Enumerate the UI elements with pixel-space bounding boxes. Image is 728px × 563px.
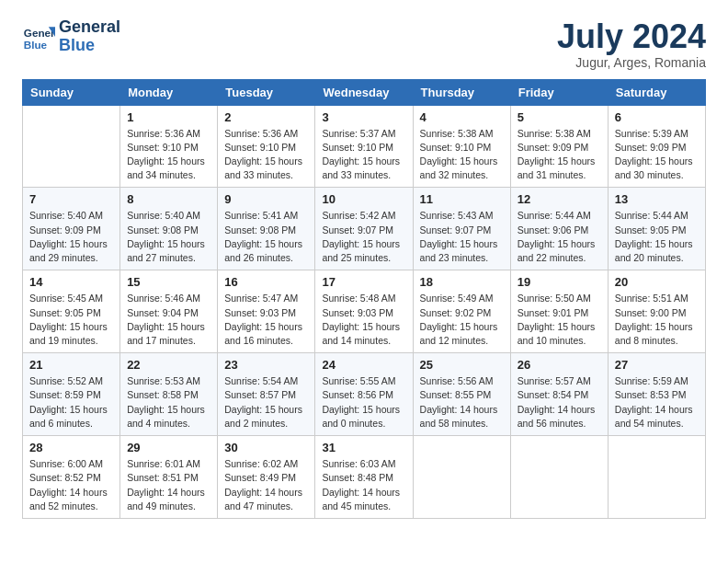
logo-blue: Blue bbox=[59, 36, 95, 54]
day-info: Sunrise: 5:38 AM Sunset: 9:09 PM Dayligh… bbox=[518, 127, 601, 183]
calendar-cell: 13Sunrise: 5:44 AM Sunset: 9:05 PM Dayli… bbox=[608, 188, 705, 270]
calendar-cell: 3Sunrise: 5:37 AM Sunset: 9:10 PM Daylig… bbox=[315, 105, 413, 188]
logo-general: General bbox=[59, 17, 120, 36]
day-info: Sunrise: 5:57 AM Sunset: 8:54 PM Dayligh… bbox=[518, 374, 601, 431]
day-info: Sunrise: 5:37 AM Sunset: 9:10 PM Dayligh… bbox=[322, 127, 405, 183]
month-title: July 2024 bbox=[557, 18, 706, 55]
calendar-cell bbox=[413, 436, 510, 519]
day-number: 5 bbox=[518, 110, 601, 124]
day-info: Sunrise: 5:36 AM Sunset: 9:10 PM Dayligh… bbox=[224, 127, 308, 183]
day-number: 29 bbox=[127, 441, 210, 454]
weekday-header-tuesday: Tuesday bbox=[218, 79, 315, 105]
calendar-cell: 14Sunrise: 5:45 AM Sunset: 9:05 PM Dayli… bbox=[23, 270, 120, 353]
week-row-4: 28Sunrise: 6:00 AM Sunset: 8:52 PM Dayli… bbox=[23, 436, 706, 519]
day-info: Sunrise: 5:59 AM Sunset: 8:53 PM Dayligh… bbox=[615, 374, 699, 431]
title-area: July 2024 Jugur, Arges, Romania bbox=[557, 18, 706, 70]
calendar-cell: 29Sunrise: 6:01 AM Sunset: 8:51 PM Dayli… bbox=[120, 436, 218, 519]
calendar-cell: 26Sunrise: 5:57 AM Sunset: 8:54 PM Dayli… bbox=[510, 353, 608, 436]
weekday-header-saturday: Saturday bbox=[608, 79, 705, 105]
day-number: 2 bbox=[224, 110, 308, 124]
day-info: Sunrise: 5:55 AM Sunset: 8:56 PM Dayligh… bbox=[322, 374, 405, 431]
day-info: Sunrise: 5:52 AM Sunset: 8:59 PM Dayligh… bbox=[29, 374, 113, 431]
logo: General Blue General Blue bbox=[22, 18, 120, 55]
calendar-cell: 28Sunrise: 6:00 AM Sunset: 8:52 PM Dayli… bbox=[23, 436, 120, 519]
calendar-cell: 16Sunrise: 5:47 AM Sunset: 9:03 PM Dayli… bbox=[218, 270, 315, 353]
calendar-cell: 2Sunrise: 5:36 AM Sunset: 9:10 PM Daylig… bbox=[218, 105, 315, 188]
day-number: 21 bbox=[29, 358, 113, 372]
calendar-cell: 15Sunrise: 5:46 AM Sunset: 9:04 PM Dayli… bbox=[120, 270, 218, 353]
day-number: 9 bbox=[224, 192, 308, 206]
day-number: 27 bbox=[615, 358, 699, 372]
weekday-header-sunday: Sunday bbox=[23, 79, 120, 105]
calendar-cell bbox=[23, 105, 120, 188]
day-info: Sunrise: 6:02 AM Sunset: 8:49 PM Dayligh… bbox=[224, 457, 308, 513]
calendar-table: SundayMondayTuesdayWednesdayThursdayFrid… bbox=[22, 79, 706, 519]
svg-text:Blue: Blue bbox=[24, 38, 48, 50]
day-number: 19 bbox=[518, 275, 601, 289]
calendar-cell: 7Sunrise: 5:40 AM Sunset: 9:09 PM Daylig… bbox=[23, 188, 120, 270]
day-info: Sunrise: 5:46 AM Sunset: 9:04 PM Dayligh… bbox=[127, 292, 210, 348]
week-row-3: 21Sunrise: 5:52 AM Sunset: 8:59 PM Dayli… bbox=[23, 353, 706, 436]
day-number: 8 bbox=[127, 192, 210, 206]
calendar-cell: 19Sunrise: 5:50 AM Sunset: 9:01 PM Dayli… bbox=[510, 270, 608, 353]
calendar-cell: 9Sunrise: 5:41 AM Sunset: 9:08 PM Daylig… bbox=[218, 188, 315, 270]
day-info: Sunrise: 5:39 AM Sunset: 9:09 PM Dayligh… bbox=[615, 127, 699, 183]
calendar-cell: 4Sunrise: 5:38 AM Sunset: 9:10 PM Daylig… bbox=[413, 105, 510, 188]
week-row-1: 7Sunrise: 5:40 AM Sunset: 9:09 PM Daylig… bbox=[23, 188, 706, 270]
week-row-0: 1Sunrise: 5:36 AM Sunset: 9:10 PM Daylig… bbox=[23, 105, 706, 188]
day-number: 16 bbox=[224, 275, 308, 289]
calendar-cell: 25Sunrise: 5:56 AM Sunset: 8:55 PM Dayli… bbox=[413, 353, 510, 436]
calendar-cell: 18Sunrise: 5:49 AM Sunset: 9:02 PM Dayli… bbox=[413, 270, 510, 353]
day-info: Sunrise: 5:54 AM Sunset: 8:57 PM Dayligh… bbox=[224, 374, 308, 431]
day-info: Sunrise: 5:44 AM Sunset: 9:06 PM Dayligh… bbox=[518, 209, 601, 265]
calendar-cell: 31Sunrise: 6:03 AM Sunset: 8:48 PM Dayli… bbox=[315, 436, 413, 519]
day-info: Sunrise: 5:43 AM Sunset: 9:07 PM Dayligh… bbox=[420, 209, 504, 265]
weekday-header-row: SundayMondayTuesdayWednesdayThursdayFrid… bbox=[23, 79, 706, 105]
day-info: Sunrise: 5:53 AM Sunset: 8:58 PM Dayligh… bbox=[127, 374, 210, 431]
page-header: General Blue General Blue July 2024 Jugu… bbox=[22, 18, 706, 70]
calendar-cell: 20Sunrise: 5:51 AM Sunset: 9:00 PM Dayli… bbox=[608, 270, 705, 353]
calendar-cell: 12Sunrise: 5:44 AM Sunset: 9:06 PM Dayli… bbox=[510, 188, 608, 270]
day-number: 11 bbox=[420, 192, 504, 206]
day-number: 22 bbox=[127, 358, 210, 372]
calendar-cell bbox=[510, 436, 608, 519]
day-number: 23 bbox=[224, 358, 308, 372]
calendar-cell: 6Sunrise: 5:39 AM Sunset: 9:09 PM Daylig… bbox=[608, 105, 705, 188]
day-info: Sunrise: 5:49 AM Sunset: 9:02 PM Dayligh… bbox=[420, 292, 504, 348]
day-info: Sunrise: 5:51 AM Sunset: 9:00 PM Dayligh… bbox=[615, 292, 699, 348]
weekday-header-wednesday: Wednesday bbox=[315, 79, 413, 105]
day-number: 1 bbox=[127, 110, 210, 124]
day-info: Sunrise: 5:38 AM Sunset: 9:10 PM Dayligh… bbox=[420, 127, 504, 183]
day-info: Sunrise: 5:45 AM Sunset: 9:05 PM Dayligh… bbox=[29, 292, 113, 348]
day-info: Sunrise: 5:42 AM Sunset: 9:07 PM Dayligh… bbox=[322, 209, 405, 265]
day-number: 14 bbox=[29, 275, 113, 289]
day-number: 7 bbox=[29, 192, 113, 206]
day-number: 12 bbox=[518, 192, 601, 206]
day-info: Sunrise: 6:01 AM Sunset: 8:51 PM Dayligh… bbox=[127, 457, 210, 513]
location: Jugur, Arges, Romania bbox=[557, 55, 706, 70]
week-row-2: 14Sunrise: 5:45 AM Sunset: 9:05 PM Dayli… bbox=[23, 270, 706, 353]
calendar-cell: 24Sunrise: 5:55 AM Sunset: 8:56 PM Dayli… bbox=[315, 353, 413, 436]
day-number: 26 bbox=[518, 358, 601, 372]
day-number: 20 bbox=[615, 275, 699, 289]
weekday-header-monday: Monday bbox=[120, 79, 218, 105]
weekday-header-friday: Friday bbox=[510, 79, 608, 105]
day-number: 31 bbox=[322, 441, 405, 454]
day-number: 10 bbox=[322, 192, 405, 206]
calendar-cell: 27Sunrise: 5:59 AM Sunset: 8:53 PM Dayli… bbox=[608, 353, 705, 436]
calendar-cell: 11Sunrise: 5:43 AM Sunset: 9:07 PM Dayli… bbox=[413, 188, 510, 270]
calendar-cell: 17Sunrise: 5:48 AM Sunset: 9:03 PM Dayli… bbox=[315, 270, 413, 353]
calendar-cell: 21Sunrise: 5:52 AM Sunset: 8:59 PM Dayli… bbox=[23, 353, 120, 436]
day-info: Sunrise: 5:41 AM Sunset: 9:08 PM Dayligh… bbox=[224, 209, 308, 265]
day-info: Sunrise: 6:00 AM Sunset: 8:52 PM Dayligh… bbox=[29, 457, 113, 513]
day-info: Sunrise: 5:40 AM Sunset: 9:09 PM Dayligh… bbox=[29, 209, 113, 265]
day-info: Sunrise: 5:48 AM Sunset: 9:03 PM Dayligh… bbox=[322, 292, 405, 348]
day-number: 3 bbox=[322, 110, 405, 124]
day-info: Sunrise: 5:56 AM Sunset: 8:55 PM Dayligh… bbox=[420, 374, 504, 431]
logo-icon: General Blue bbox=[22, 20, 55, 53]
day-number: 6 bbox=[615, 110, 699, 124]
calendar-cell: 10Sunrise: 5:42 AM Sunset: 9:07 PM Dayli… bbox=[315, 188, 413, 270]
day-info: Sunrise: 5:50 AM Sunset: 9:01 PM Dayligh… bbox=[518, 292, 601, 348]
day-number: 28 bbox=[29, 441, 113, 454]
weekday-header-thursday: Thursday bbox=[413, 79, 510, 105]
